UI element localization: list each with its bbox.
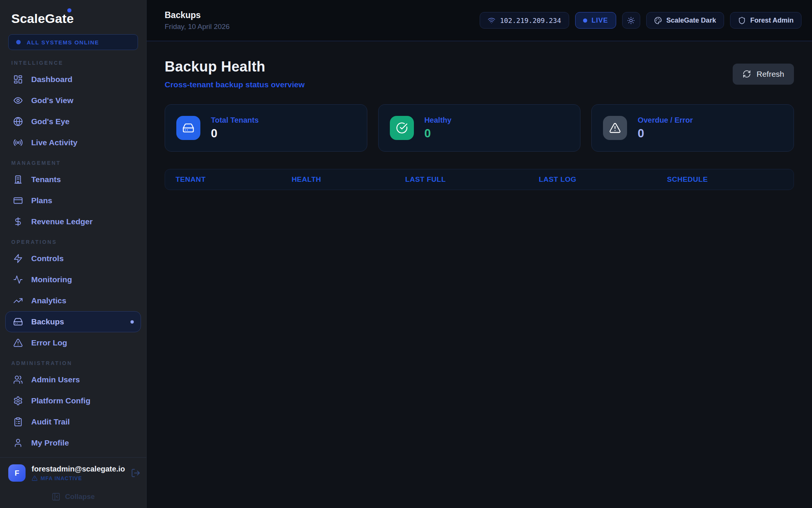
logout-button[interactable]: [131, 468, 141, 478]
sidebar-item-admin-users[interactable]: Admin Users: [5, 369, 141, 390]
user-info: forestadmin@scalegate.io MFA INACTIVE: [32, 465, 125, 481]
stat-label: Overdue / Error: [638, 116, 693, 125]
mfa-status-label: MFA INACTIVE: [41, 475, 82, 481]
sidebar-item-plans[interactable]: Plans: [5, 190, 141, 211]
live-badge: LIVE: [575, 12, 616, 29]
admin-role-button[interactable]: Forest Admin: [730, 12, 801, 29]
section-label-operations: OPERATIONS: [11, 239, 135, 245]
column-header-last-log: LAST LOG: [539, 175, 667, 184]
bolt-icon: [13, 254, 23, 263]
sidebar-item-audit-trail[interactable]: Audit Trail: [5, 411, 141, 432]
dollar-icon: [13, 217, 23, 227]
sidebar-item-dashboard[interactable]: Dashboard: [5, 69, 141, 90]
refresh-label: Refresh: [756, 70, 784, 79]
stat-label: Healthy: [424, 116, 451, 125]
section-label-administration: ADMINISTRATION: [11, 360, 135, 366]
topbar-title: Backups: [165, 10, 230, 20]
sun-icon: [627, 17, 635, 24]
sidebar-item-my-profile[interactable]: My Profile: [5, 432, 141, 453]
sidebar-item-platform-config[interactable]: Platform Config: [5, 390, 141, 411]
topbar: Backups Friday, 10 April 2026 102.219.20…: [147, 0, 812, 41]
sidebar-item-label: Audit Trail: [31, 417, 70, 426]
column-header-health: HEALTH: [292, 175, 405, 184]
sidebar-item-analytics[interactable]: Analytics: [5, 290, 141, 311]
sidebar-item-label: Platform Config: [31, 396, 91, 405]
building-icon: [13, 175, 23, 184]
stat-cards: Total Tenants 0 Healthy 0 Overdue / Er: [165, 104, 794, 152]
stat-card-total-tenants: Total Tenants 0: [165, 104, 367, 152]
topbar-date: Friday, 10 April 2026: [165, 23, 230, 31]
sidebar-item-controls[interactable]: Controls: [5, 248, 141, 269]
stat-card-healthy: Healthy 0: [378, 104, 581, 152]
sidebar-item-label: My Profile: [31, 438, 69, 447]
topbar-left: Backups Friday, 10 April 2026: [165, 10, 230, 31]
trend-up-icon: [13, 296, 23, 306]
pulse-icon: [13, 275, 23, 284]
user-icon: [13, 438, 23, 448]
ip-address: 102.219.209.234: [500, 17, 561, 24]
page-header: Backup Health Cross-tenant backup status…: [165, 59, 794, 89]
ip-address-pill: 102.219.209.234: [480, 12, 569, 29]
active-dot: [130, 320, 134, 324]
theme-label: ScaleGate Dark: [667, 17, 716, 24]
sidebar-item-label: Admin Users: [31, 375, 80, 384]
sidebar: ScaleGate ALL SYSTEMS ONLINE INTELLIGENC…: [0, 0, 147, 508]
stat-value: 0: [424, 127, 451, 140]
collapse-button[interactable]: Collapse: [52, 492, 95, 501]
stat-value: 0: [211, 127, 259, 140]
sidebar-item-label: Error Log: [31, 338, 67, 347]
user-email: forestadmin@scalegate.io: [32, 465, 125, 473]
sidebar-item-label: Tenants: [31, 175, 61, 184]
section-label-intelligence: INTELLIGENCE: [11, 60, 135, 66]
stat-card-overdue-error: Overdue / Error 0: [591, 104, 794, 152]
warning-icon: [32, 475, 38, 481]
hard-drive-icon: [176, 116, 200, 140]
sidebar-item-revenue-ledger[interactable]: Revenue Ledger: [5, 211, 141, 232]
collapse-label: Collapse: [65, 493, 95, 501]
palette-icon: [654, 17, 662, 24]
section-label-management: MANAGEMENT: [11, 160, 135, 166]
main-area: Backups Friday, 10 April 2026 102.219.20…: [147, 0, 812, 508]
theme-toggle-button[interactable]: [622, 12, 640, 29]
topbar-right: 102.219.209.234 LIVE ScaleGate Dark Fore…: [480, 12, 801, 29]
content: Backup Health Cross-tenant backup status…: [147, 41, 812, 508]
sidebar-item-error-log[interactable]: Error Log: [5, 332, 141, 353]
stat-card-text: Overdue / Error 0: [638, 116, 693, 140]
avatar-initial: F: [15, 469, 19, 478]
gear-icon: [13, 396, 23, 406]
refresh-icon: [742, 70, 751, 78]
app-name: ScaleGate: [11, 11, 74, 26]
sidebar-footer: F forestadmin@scalegate.io MFA INACTIVE …: [0, 457, 146, 508]
sidebar-item-gods-eye[interactable]: God's Eye: [5, 111, 141, 132]
clipboard-icon: [13, 417, 23, 427]
sidebar-item-label: Live Activity: [31, 138, 77, 147]
sidebar-item-tenants[interactable]: Tenants: [5, 169, 141, 190]
live-dot-icon: [583, 18, 587, 23]
users-icon: [13, 375, 23, 385]
refresh-button[interactable]: Refresh: [733, 64, 794, 85]
stat-value: 0: [638, 127, 693, 140]
sidebar-item-label: Backups: [31, 317, 64, 326]
stat-label: Total Tenants: [211, 116, 259, 125]
sidebar-item-live-activity[interactable]: Live Activity: [5, 132, 141, 153]
broadcast-icon: [13, 138, 23, 148]
status-dot-icon: [16, 40, 21, 44]
status-badge: ALL SYSTEMS ONLINE: [8, 34, 138, 50]
sidebar-item-backups[interactable]: Backups: [5, 311, 141, 332]
app-logo: ScaleGate: [11, 11, 74, 26]
admin-label: Forest Admin: [750, 17, 794, 24]
sidebar-item-label: Revenue Ledger: [31, 217, 92, 226]
column-header-schedule: SCHEDULE: [667, 175, 783, 184]
stat-card-text: Total Tenants 0: [211, 116, 259, 140]
page-title: Backup Health: [165, 59, 304, 75]
warning-icon: [603, 116, 627, 140]
sidebar-item-gods-view[interactable]: God's View: [5, 90, 141, 111]
check-circle-icon: [390, 116, 414, 140]
theme-selector-button[interactable]: ScaleGate Dark: [646, 12, 724, 29]
globe-icon: [13, 117, 23, 126]
column-header-tenant: TENANT: [176, 175, 292, 184]
wifi-icon: [488, 17, 495, 24]
avatar: F: [8, 464, 26, 482]
sidebar-item-monitoring[interactable]: Monitoring: [5, 269, 141, 290]
user-row: F forestadmin@scalegate.io MFA INACTIVE: [8, 464, 138, 482]
